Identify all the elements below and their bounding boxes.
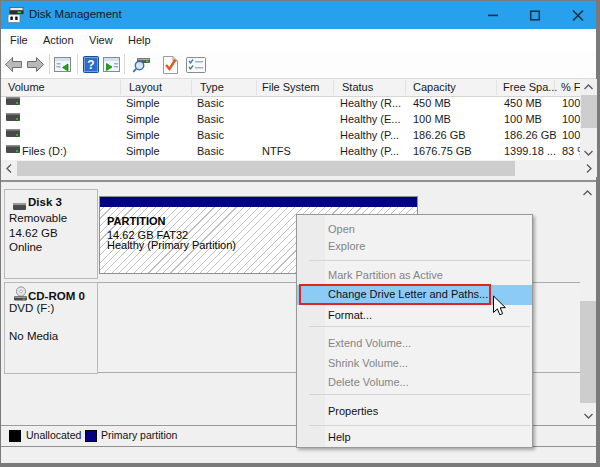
- svg-text:?: ?: [87, 58, 94, 72]
